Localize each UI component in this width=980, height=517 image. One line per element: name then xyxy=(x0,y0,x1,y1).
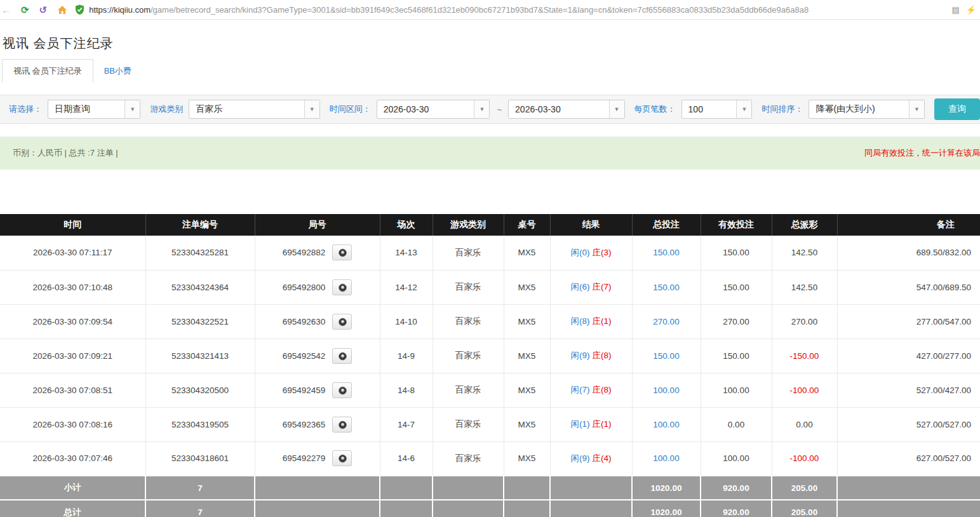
cell-total-bet[interactable]: 100.00 xyxy=(632,407,701,441)
cell-round: 695492800 xyxy=(255,270,380,304)
cell-table-no: MX5 xyxy=(504,441,550,476)
round-id: 695492279 xyxy=(283,453,326,463)
chevron-down-icon: ▼ xyxy=(474,100,489,118)
url-domain: https://kiqiiu.com xyxy=(89,5,151,15)
total-row: 总计71020.00920.00205.00 xyxy=(0,500,980,517)
table-row: 2026-03-30 07:09:54 523304322521 6954926… xyxy=(0,304,980,339)
currency-summary: 币别：人民币 | 总共 :7 注单 | xyxy=(13,147,118,159)
lightning-icon[interactable]: ⚡ xyxy=(966,5,976,15)
table-row: 2026-03-30 07:08:16 523304319505 6954923… xyxy=(0,407,980,441)
cell-note: 277.00/547.00 xyxy=(837,304,980,339)
sort-select[interactable]: 降幂(由大到小) ▼ xyxy=(809,100,925,119)
result-banker: 庄(8) xyxy=(593,385,612,394)
result-banker: 庄(1) xyxy=(593,419,612,429)
cell-total-bet[interactable]: 100.00 xyxy=(632,373,701,407)
video-replay-button[interactable] xyxy=(332,348,352,364)
round-id: 695492459 xyxy=(283,386,326,395)
cell-bet-id: 523304321413 xyxy=(145,339,255,373)
cell-result: 闲(6)庄(7) xyxy=(550,270,632,304)
cell-total-bet[interactable]: 150.00 xyxy=(632,270,701,304)
result-player: 闲(7) xyxy=(571,385,590,394)
cell-round: 695492882 xyxy=(255,236,380,270)
column-header: 场次 xyxy=(380,214,433,236)
time-range-label: 时间区间： xyxy=(330,104,371,115)
video-replay-button[interactable] xyxy=(332,450,352,466)
cell-total-bet[interactable]: 100.00 xyxy=(632,441,701,476)
column-header: 结果 xyxy=(550,214,632,236)
cell-note: 627.00/527.00 xyxy=(837,441,980,476)
cell-note: 547.00/689.50 xyxy=(837,270,980,304)
cell-time: 2026-03-30 07:07:46 xyxy=(0,441,145,476)
column-header: 游戏类别 xyxy=(433,214,504,236)
mode-label: 请选择： xyxy=(9,104,42,115)
sort-label: 时间排序： xyxy=(762,104,803,115)
tab-strip: 视讯 会员下注纪录 BB小费 xyxy=(2,59,980,83)
cell-total-bet[interactable]: 270.00 xyxy=(632,304,701,339)
browser-extra-icon[interactable]: ▤ xyxy=(951,5,959,15)
browser-toolbar: ← ⟳ ↺ https://kiqiiu.com/game/betrecord_… xyxy=(0,0,980,20)
column-header: 备注 xyxy=(837,214,980,236)
cell-payout: 142.50 xyxy=(772,236,837,270)
result-player: 闲(9) xyxy=(571,351,590,360)
video-replay-button[interactable] xyxy=(332,245,352,260)
game-type-label: 游戏类别 xyxy=(150,104,183,115)
cell-session: 14-7 xyxy=(380,407,433,441)
result-player: 闲(9) xyxy=(571,453,590,463)
cell-session: 14-12 xyxy=(380,270,433,304)
video-replay-button[interactable] xyxy=(332,314,352,330)
valid-bet-notice: 同局有效投注，统一计算在该局 xyxy=(864,147,980,159)
cell-payout: -100.00 xyxy=(772,373,837,407)
cell-session: 14-9 xyxy=(380,339,433,373)
refresh-icon[interactable]: ⟳ xyxy=(21,5,29,15)
round-id: 695492542 xyxy=(283,351,326,361)
tab-bb-tip[interactable]: BB小费 xyxy=(93,59,142,83)
cell-session: 14-6 xyxy=(380,441,433,476)
date-from-select[interactable]: 2026-03-30 ▼ xyxy=(377,100,490,119)
bet-record-table: 时间注单编号局号场次游戏类别桌号结果总投注有效投注总派彩备注 2026-03-3… xyxy=(0,214,980,517)
cell-game-type: 百家乐 xyxy=(433,407,504,441)
cell-round: 695492630 xyxy=(255,304,380,339)
tab-betrecord[interactable]: 视讯 会员下注纪录 xyxy=(2,59,93,83)
cell-game-type: 百家乐 xyxy=(433,339,504,373)
cell-note: 689.50/832.00 xyxy=(837,236,980,270)
cell-valid-bet: 150.00 xyxy=(701,236,772,270)
per-page-select[interactable]: 100 ▼ xyxy=(681,100,753,119)
summary-bar: 币别：人民币 | 总共 :7 注单 | 同局有效投注，统一计算在该局 xyxy=(0,137,980,170)
range-separator: ~ xyxy=(497,105,502,114)
date-to-select[interactable]: 2026-03-30 ▼ xyxy=(508,100,625,119)
back-icon[interactable]: ← xyxy=(1,5,11,15)
game-type-select[interactable]: 百家乐 ▼ xyxy=(189,100,319,119)
video-replay-button[interactable] xyxy=(332,279,352,295)
query-mode-value: 日期查询 xyxy=(48,104,90,115)
cell-round: 695492365 xyxy=(255,407,380,441)
cell-total-bet[interactable]: 150.00 xyxy=(632,236,701,270)
cell-payout: -150.00 xyxy=(772,339,837,373)
table-row: 2026-03-30 07:07:46 523304318601 6954922… xyxy=(0,441,980,476)
video-replay-button[interactable] xyxy=(332,417,352,433)
cell-total-bet[interactable]: 150.00 xyxy=(632,339,701,373)
cell-result: 闲(0)庄(3) xyxy=(550,236,632,270)
url-bar[interactable]: https://kiqiiu.com/game/betrecord_search… xyxy=(75,4,948,15)
video-replay-button[interactable] xyxy=(332,382,352,398)
home-icon[interactable] xyxy=(57,5,67,15)
undo-icon[interactable]: ↺ xyxy=(39,5,48,15)
chevron-down-icon: ▼ xyxy=(609,100,624,118)
cell-bet-id: 523304320500 xyxy=(145,373,255,407)
cell-session: 14-13 xyxy=(380,236,433,270)
query-mode-select[interactable]: 日期查询 ▼ xyxy=(48,100,140,119)
cell-game-type: 百家乐 xyxy=(433,373,504,407)
table-row: 2026-03-30 07:08:51 523304320500 6954924… xyxy=(0,373,980,407)
result-player: 闲(1) xyxy=(571,419,590,429)
cell-payout: 0.00 xyxy=(772,407,837,441)
per-page-label: 每页笔数： xyxy=(634,104,676,115)
cell-payout: 270.00 xyxy=(772,304,837,339)
column-header: 总投注 xyxy=(632,214,701,236)
result-player: 闲(6) xyxy=(571,282,590,292)
per-page-value: 100 xyxy=(682,104,703,114)
cell-bet-id: 523304319505 xyxy=(145,407,255,441)
column-header: 有效投注 xyxy=(701,214,772,236)
search-button[interactable]: 查询 xyxy=(934,98,980,120)
cell-valid-bet: 100.00 xyxy=(701,373,772,407)
column-header: 局号 xyxy=(255,214,380,236)
cell-game-type: 百家乐 xyxy=(433,441,504,476)
